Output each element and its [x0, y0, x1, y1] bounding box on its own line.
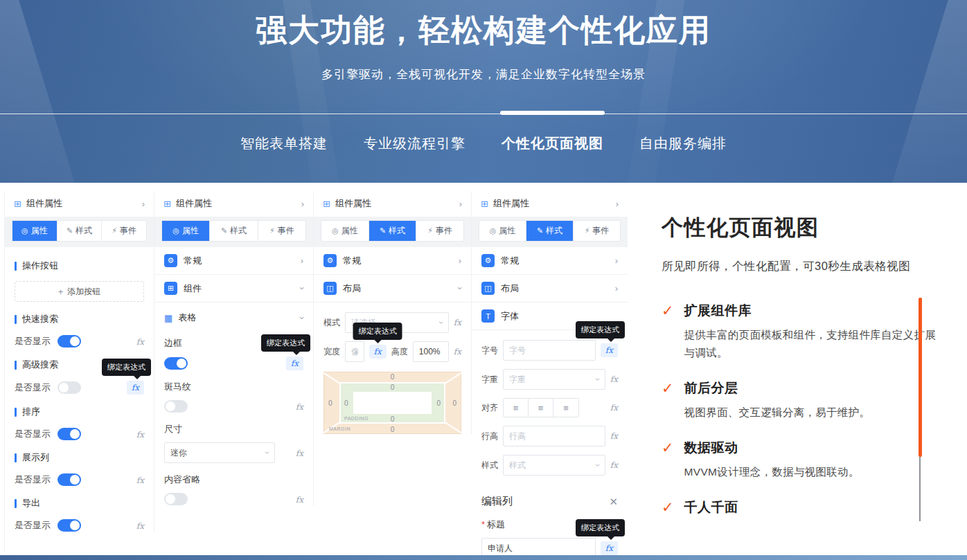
- fx-button[interactable]: fx: [610, 460, 618, 470]
- chevron-right-icon[interactable]: ›: [459, 255, 461, 266]
- ellipsis-toggle[interactable]: [164, 493, 188, 505]
- add-button[interactable]: + 添加按钮: [15, 281, 144, 302]
- chevron-down-icon: ›: [593, 464, 603, 467]
- scrollbar-thumb[interactable]: [919, 298, 922, 457]
- export-toggle[interactable]: [57, 519, 81, 532]
- width-input[interactable]: [345, 341, 364, 362]
- chevron-right-icon[interactable]: ›: [615, 255, 618, 266]
- padding-left-value[interactable]: 0: [344, 399, 348, 407]
- fx-button[interactable]: fx: [610, 431, 618, 441]
- fx-button[interactable]: fx: [454, 318, 461, 327]
- hero-subtitle: 多引擎驱动，全栈可视化开发，满足企业数字化转型全场景: [0, 66, 967, 82]
- properties-icon: ◎: [172, 226, 179, 235]
- tab-properties[interactable]: ◎ 属性: [162, 221, 210, 241]
- height-input[interactable]: [413, 341, 449, 362]
- align-left-button[interactable]: ≡: [504, 399, 529, 417]
- tab-personalized-page-view[interactable]: 个性化页面视图: [502, 134, 603, 153]
- fx-button-active[interactable]: fx: [601, 343, 618, 357]
- component-icon: ⊞: [14, 199, 21, 209]
- align-center-button[interactable]: ≡: [529, 399, 553, 417]
- chevron-down-icon: ›: [263, 451, 272, 454]
- margin-bottom-value[interactable]: 0: [391, 426, 395, 433]
- line-height-input[interactable]: [503, 426, 605, 446]
- font-weight-select[interactable]: 字重 ›: [503, 369, 605, 390]
- tab-style[interactable]: ✎ 样式: [57, 221, 103, 241]
- chevron-down-icon[interactable]: ›: [454, 287, 465, 289]
- fx-button[interactable]: fx: [296, 402, 303, 412]
- fx-button[interactable]: fx: [296, 449, 303, 458]
- collapse-row-layout[interactable]: ◫ 布局 ›: [314, 275, 471, 302]
- panel-component-properties-4: ⊞ 组件属性 › ◎ 属性 ✎ 样式: [472, 191, 628, 560]
- collapse-row-general[interactable]: ⚙ 常规 ›: [154, 247, 313, 275]
- tab-style[interactable]: ✎ 样式: [210, 221, 258, 241]
- collapse-panel-icon[interactable]: ›: [301, 199, 304, 209]
- fx-button[interactable]: fx: [136, 430, 144, 440]
- zebra-toggle[interactable]: [164, 400, 188, 413]
- margin-right-value[interactable]: 0: [452, 399, 456, 407]
- fx-button[interactable]: fx: [454, 347, 461, 356]
- fx-button[interactable]: fx: [610, 403, 618, 413]
- tab-style[interactable]: ✎ 样式: [526, 221, 574, 241]
- collapse-panel-icon[interactable]: ›: [616, 199, 619, 209]
- tab-properties[interactable]: ◎ 属性: [12, 221, 57, 241]
- tab-smart-form[interactable]: 智能表单搭建: [240, 134, 328, 153]
- fx-button[interactable]: fx: [136, 521, 144, 531]
- table-subsection[interactable]: ▦ 表格 ›: [154, 302, 313, 325]
- tab-event[interactable]: ⚡ 事件: [258, 221, 305, 241]
- margin-left-value[interactable]: 0: [328, 399, 332, 407]
- quick-search-toggle[interactable]: [57, 335, 81, 347]
- font-icon: T: [481, 309, 495, 323]
- font-size-input[interactable]: [503, 340, 596, 361]
- tab-properties[interactable]: ◎ 属性: [321, 221, 369, 241]
- fx-button-active[interactable]: fx: [369, 345, 387, 359]
- size-select[interactable]: 迷你 ›: [164, 442, 275, 463]
- collapse-row-general[interactable]: ⚙ 常规 ›: [314, 247, 471, 275]
- component-group-icon: ⊞: [164, 282, 177, 295]
- fx-button-active[interactable]: fx: [286, 356, 303, 370]
- advanced-search-toggle[interactable]: [57, 381, 81, 394]
- panel-title: 组件属性: [493, 197, 529, 210]
- collapse-row-layout[interactable]: ◫ 布局 ›: [472, 275, 628, 302]
- align-right-button[interactable]: ≡: [553, 399, 578, 417]
- zebra-label: 斑马纹: [164, 381, 303, 393]
- chevron-right-icon[interactable]: ›: [615, 283, 618, 293]
- panel-component-properties-2: ⊞ 组件属性 › ◎ 属性 ✎ 样式: [154, 191, 314, 505]
- tab-workflow-engine[interactable]: 专业级流程引擎: [364, 134, 465, 153]
- hero-separator: [0, 114, 967, 114]
- tab-event[interactable]: ⚡ 事件: [102, 221, 146, 241]
- display-columns-toggle[interactable]: [57, 473, 81, 486]
- tab-service-orchestration[interactable]: 自由服务编排: [639, 134, 727, 153]
- padding-right-value[interactable]: 0: [436, 399, 441, 407]
- fx-button[interactable]: fx: [610, 374, 618, 384]
- collapse-panel-icon[interactable]: ›: [459, 199, 462, 209]
- border-toggle[interactable]: [164, 357, 188, 370]
- collapse-row-component[interactable]: ⊞ 组件 ›: [154, 275, 313, 302]
- chevron-down-icon[interactable]: ›: [296, 287, 307, 289]
- scrollbar-track[interactable]: [919, 457, 921, 521]
- padding-top-value[interactable]: 0: [391, 383, 395, 391]
- fx-button[interactable]: fx: [136, 337, 144, 347]
- fx-button-active[interactable]: fx: [601, 541, 618, 555]
- align-label: 对齐: [481, 402, 498, 414]
- chevron-right-icon[interactable]: ›: [301, 255, 303, 266]
- plus-icon: +: [58, 287, 64, 297]
- sorting-toggle[interactable]: [57, 428, 81, 440]
- padding-bottom-value[interactable]: 0: [391, 415, 395, 423]
- close-icon[interactable]: ✕: [609, 496, 618, 508]
- padding-label: PADDING: [344, 416, 369, 421]
- fx-button[interactable]: fx: [136, 476, 144, 485]
- tab-event[interactable]: ⚡ 事件: [574, 221, 620, 241]
- chevron-down-icon[interactable]: ›: [296, 316, 307, 319]
- content-stage: ⊞ 组件属性 › ◎ 属性 ✎ 样式: [0, 183, 967, 560]
- tab-event[interactable]: ⚡ 事件: [416, 221, 463, 241]
- event-icon: ⚡: [112, 226, 117, 235]
- collapse-panel-icon[interactable]: ›: [142, 199, 145, 209]
- fx-button[interactable]: fx: [296, 495, 303, 505]
- check-icon: ✓: [662, 379, 674, 422]
- tab-style[interactable]: ✎ 样式: [369, 221, 417, 241]
- tab-properties[interactable]: ◎ 属性: [479, 221, 526, 241]
- style-select[interactable]: 样式 ›: [503, 455, 605, 476]
- margin-top-value[interactable]: 0: [391, 373, 395, 381]
- collapse-row-general[interactable]: ⚙ 常规 ›: [472, 247, 628, 275]
- fx-button-active[interactable]: fx: [127, 381, 144, 395]
